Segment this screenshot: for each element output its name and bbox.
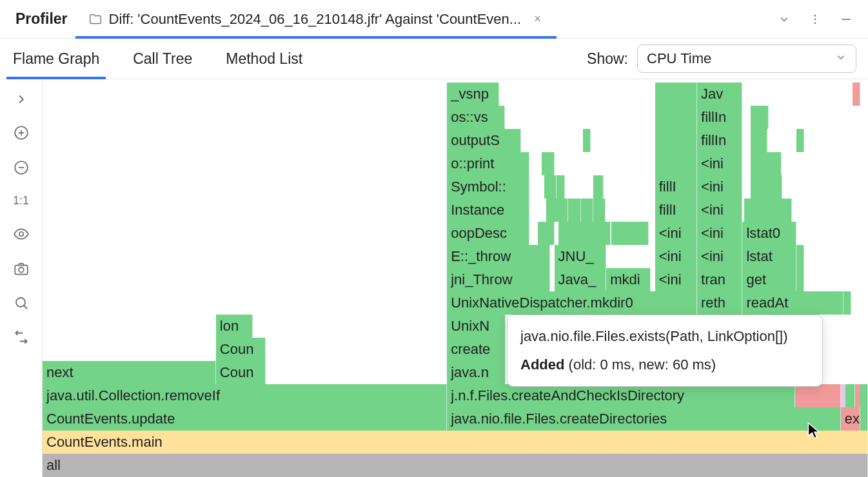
flame-frame[interactable] [611,222,649,245]
flame-frame[interactable] [860,407,868,431]
flame-frame[interactable]: CountEvents.update [43,407,447,431]
window-header: Profiler Diff: 'CountEvents_2024_06_16_2… [0,0,868,39]
flame-frame[interactable]: oopDesc [447,222,529,245]
folder-icon [88,12,103,26]
minimize-icon[interactable] [840,13,853,26]
tab-method-list[interactable]: Method List [224,39,304,79]
flame-frame[interactable]: Java_ [555,268,607,291]
flame-frame[interactable]: JNU_ [555,245,607,268]
flame-frame[interactable]: j.n.f.Files.createAndCheckIsDirectory [447,384,795,407]
flame-frame[interactable] [538,222,555,245]
flame-frame[interactable] [845,384,854,407]
flame-frame[interactable]: fillIn [697,129,742,152]
flame-frame[interactable]: <ini [655,222,697,245]
flame-frame[interactable] [843,291,851,315]
flame-frame[interactable]: Jav [697,83,742,106]
tooltip-method: java.nio.file.Files.exists(Path, LinkOpt… [520,326,809,347]
flame-frame[interactable]: Symbol:: [447,175,529,199]
flame-frame[interactable] [796,268,804,291]
reset-zoom-button[interactable]: 1:1 [13,194,29,208]
flame-frame[interactable] [795,384,840,407]
flame-frame[interactable] [655,83,697,106]
expand-icon[interactable] [14,92,28,106]
flame-frame[interactable]: o::print [447,152,529,175]
file-tab[interactable]: Diff: 'CountEvents_2024_06_16_210148.jfr… [83,0,549,38]
flame-frame[interactable]: jni_Throw [447,268,550,291]
flame-frame[interactable] [796,245,804,268]
flame-frame[interactable]: outputS [447,129,521,152]
flame-frame[interactable] [585,199,593,222]
flame-frame[interactable]: <ini [655,245,697,268]
flame-frame[interactable]: CountEvents.main [43,431,868,454]
flame-frame[interactable]: next [43,361,216,384]
svg-point-11 [19,268,24,273]
chevron-down-icon[interactable] [778,13,791,26]
flame-frame[interactable] [751,129,767,152]
flame-frame[interactable] [558,222,611,245]
flame-frame[interactable] [751,106,769,129]
flame-frame[interactable] [655,152,697,175]
flame-frame[interactable]: lstat [742,245,796,268]
tab-call-tree[interactable]: Call Tree [132,39,193,79]
zoom-out-icon[interactable] [13,159,30,176]
flame-frame[interactable]: UnixN [447,315,506,338]
flame-frame[interactable]: Instance [447,199,529,222]
frame-tooltip: java.nio.file.Files.exists(Path, LinkOpt… [507,315,823,387]
flame-graph-canvas[interactable]: java.nio.file.Files.exists(Path, LinkOpt… [43,79,868,477]
flame-frame[interactable]: readAt [742,291,843,315]
flame-frame[interactable] [751,199,792,222]
flame-frame[interactable]: lon [216,315,253,338]
flame-frame[interactable]: fillI [655,175,697,199]
flame-frame[interactable]: fillIn [697,106,742,129]
flame-frame[interactable]: java.n [447,361,506,384]
flame-frame[interactable]: <ini [697,199,742,222]
flame-frame[interactable]: tran [697,268,742,291]
flame-frame[interactable] [751,175,782,199]
flame-frame[interactable] [853,83,860,106]
more-options-icon[interactable] [809,13,822,26]
flame-frame[interactable] [557,175,565,199]
flame-frame[interactable]: reth [697,291,742,315]
flame-frame[interactable]: <ini [697,245,742,268]
flame-frame[interactable]: <ini [697,175,742,199]
flame-frame[interactable]: Coun [216,361,266,384]
flame-frame[interactable]: create [447,338,506,361]
flame-frame[interactable] [860,384,868,407]
flame-frame[interactable]: UnixNativeDispatcher.mkdir0 [447,291,697,315]
search-icon[interactable] [14,295,29,311]
flame-frame[interactable]: java.util.Collection.removeIf [43,384,447,407]
eye-icon[interactable] [13,226,30,242]
flame-frame[interactable] [542,152,554,175]
flame-frame[interactable] [751,152,781,175]
flame-frame[interactable]: <ini [655,268,697,291]
flame-frame[interactable]: lstat0 [742,222,796,245]
cursor-icon [807,422,823,442]
flame-frame[interactable] [544,175,557,199]
zoom-in-icon[interactable] [13,124,30,141]
flame-frame[interactable] [593,175,604,199]
flame-frame[interactable]: <ini [697,222,742,245]
tab-flame-graph[interactable]: Flame Graph [12,39,101,79]
flame-frame[interactable] [655,129,697,152]
flame-frame[interactable]: mkdi [606,268,651,291]
close-tab-button[interactable]: × [531,11,544,27]
flame-frame[interactable]: Coun [216,338,266,361]
flame-frame[interactable] [593,199,606,222]
flame-frame[interactable] [546,199,569,222]
metric-dropdown[interactable]: CPU Time [637,44,856,73]
flame-frame[interactable]: exi [841,407,861,431]
flame-frame[interactable] [583,129,591,152]
flame-frame[interactable] [655,106,697,129]
flame-frame[interactable]: <ini [697,152,742,175]
flame-frame[interactable]: os::vs [447,106,505,129]
flame-frame[interactable]: java.nio.file.Files.createDirectories [447,407,841,431]
flame-frame[interactable] [573,199,581,222]
flame-frame[interactable]: all [43,454,868,477]
flame-frame[interactable] [796,129,805,152]
flame-frame[interactable]: E::_throw [447,245,550,268]
compare-icon[interactable] [13,329,30,346]
flame-frame[interactable]: get [742,268,796,291]
flame-frame[interactable]: fillI [655,199,697,222]
flame-frame[interactable]: _vsnp [447,83,499,106]
camera-icon[interactable] [13,260,30,277]
